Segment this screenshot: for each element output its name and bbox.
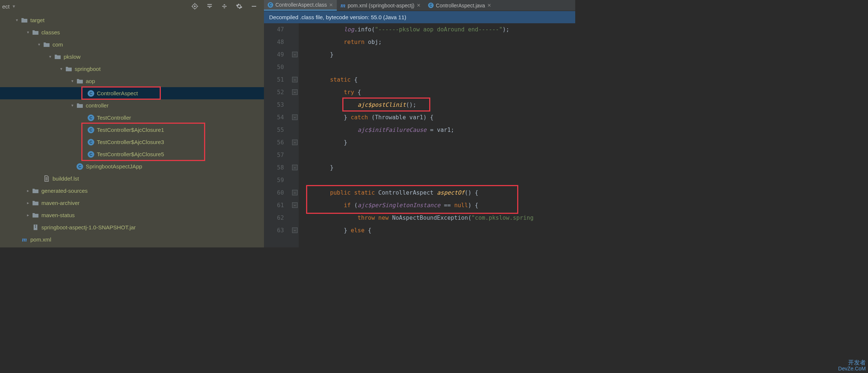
- code-line[interactable]: return obj;: [302, 36, 575, 48]
- class-icon: C: [87, 151, 95, 158]
- tab-label: ControllerAspect.java: [436, 3, 485, 8]
- tree-item-testcontroller-ajcclosure5[interactable]: CTestController$AjcClosure5: [0, 148, 264, 160]
- target-icon[interactable]: [191, 3, 198, 10]
- code-line[interactable]: }: [302, 136, 575, 149]
- tree-item-target[interactable]: ▾target: [0, 14, 264, 26]
- class-icon: C: [87, 90, 95, 97]
- editor-tab[interactable]: mpom.xml (springboot-aspectj)✕: [337, 0, 424, 11]
- code-line[interactable]: } catch (Throwable var1) {: [302, 111, 575, 124]
- tree-item-maven-status[interactable]: ▸maven-status: [0, 209, 264, 221]
- code-line[interactable]: throw new NoAspectBoundException("com.pk…: [302, 212, 575, 224]
- tree-arrow[interactable]: ▾: [36, 42, 42, 47]
- tree-item-maven-archiver[interactable]: ▸maven-archiver: [0, 197, 264, 209]
- code-content[interactable]: log.info("------pkslow aop doAround end-…: [299, 23, 575, 247]
- line-number: 59: [264, 174, 284, 186]
- code-line[interactable]: static {: [302, 73, 575, 86]
- maven-icon: m: [21, 236, 28, 243]
- tree-arrow[interactable]: ▾: [47, 54, 53, 59]
- class-icon: C: [87, 126, 95, 134]
- tree-item-controller[interactable]: ▾controller: [0, 99, 264, 112]
- svg-rect-19: [35, 227, 36, 228]
- editor-tab[interactable]: CControllerAspect.class✕: [264, 0, 337, 11]
- tree-item-springbootaspectjapp[interactable]: CSpringbootAspectJApp: [0, 160, 264, 172]
- tree-item-classes[interactable]: ▾classes: [0, 26, 264, 38]
- svg-rect-17: [35, 225, 36, 226]
- tree-item-aop[interactable]: ▾aop: [0, 75, 264, 87]
- code-line[interactable]: ajc$postClinit();: [302, 99, 575, 111]
- tree-arrow[interactable]: ▸: [25, 188, 31, 193]
- tree-arrow[interactable]: ▾: [58, 66, 64, 71]
- tree-item-testcontroller-ajcclosure3[interactable]: CTestController$AjcClosure3: [0, 136, 264, 148]
- expand-all-icon[interactable]: [206, 3, 213, 10]
- code-line[interactable]: }: [302, 161, 575, 174]
- tree-item-com[interactable]: ▾com: [0, 38, 264, 51]
- close-icon[interactable]: ✕: [329, 2, 333, 8]
- close-icon[interactable]: ✕: [417, 3, 421, 8]
- class-icon: C: [87, 114, 95, 122]
- code-area[interactable]: 4748495051525354555657585960616263 −−−−−…: [264, 23, 575, 247]
- fold-marker[interactable]: −: [292, 227, 298, 233]
- code-line[interactable]: [302, 174, 575, 186]
- tree-label: classes: [41, 29, 60, 35]
- tree-label: TestController$AjcClosure3: [97, 139, 164, 145]
- tree-item-testcontroller[interactable]: CTestController: [0, 112, 264, 124]
- line-number: 58: [264, 161, 284, 174]
- tree-item-springboot-aspectj-1-0-snapshot-jar[interactable]: springboot-aspectj-1.0-SNAPSHOT.jar: [0, 221, 264, 233]
- collapse-all-icon[interactable]: [221, 3, 228, 10]
- tree-item-controlleraspect[interactable]: CControllerAspect: [0, 87, 264, 99]
- fold-marker[interactable]: −: [292, 140, 298, 145]
- editor-tab[interactable]: CControllerAspect.java✕: [424, 0, 495, 11]
- fold-marker[interactable]: −: [292, 202, 298, 208]
- fold-column[interactable]: −−−−−−−−−: [291, 23, 299, 247]
- gear-icon[interactable]: [236, 3, 243, 10]
- fold-marker[interactable]: −: [292, 89, 298, 95]
- folder-icon: [32, 199, 39, 207]
- code-line[interactable]: [302, 61, 575, 73]
- folder-icon: [32, 212, 39, 219]
- fold-marker[interactable]: −: [292, 52, 298, 57]
- tree-item-builddef-lst[interactable]: builddef.lst: [0, 172, 264, 185]
- fold-marker[interactable]: −: [292, 190, 298, 195]
- code-line[interactable]: if (ajc$perSingletonInstance == null) {: [302, 199, 575, 212]
- decompiled-banner: Decompiled .class file, bytecode version…: [264, 11, 575, 23]
- fold-marker[interactable]: −: [292, 165, 298, 170]
- fold-marker[interactable]: −: [292, 77, 298, 82]
- code-line[interactable]: [302, 149, 575, 161]
- code-line[interactable]: }: [302, 48, 575, 61]
- tab-label: pom.xml (springboot-aspectj): [348, 3, 415, 8]
- tree-arrow[interactable]: ▸: [25, 201, 31, 205]
- editor-tabs: CControllerAspect.class✕mpom.xml (spring…: [264, 0, 575, 11]
- svg-rect-6: [207, 6, 212, 7]
- folder-icon: [32, 187, 39, 195]
- tree-item-springboot[interactable]: ▾springboot: [0, 63, 264, 75]
- tree-arrow[interactable]: ▾: [14, 18, 20, 23]
- tree-item-pom-xml[interactable]: mpom.xml: [0, 233, 264, 246]
- tree-arrow[interactable]: ▸: [25, 213, 31, 218]
- code-line[interactable]: ajc$initFailureCause = var1;: [302, 124, 575, 136]
- close-icon[interactable]: ✕: [487, 3, 491, 8]
- code-line[interactable]: public static ControllerAspect aspectOf(…: [302, 186, 575, 199]
- minimize-icon[interactable]: [251, 3, 257, 10]
- code-line[interactable]: } else {: [302, 224, 575, 237]
- tree-item-testcontroller-ajcclosure1[interactable]: CTestController$AjcClosure1: [0, 124, 264, 136]
- sidebar-title: ect ▼: [2, 3, 16, 10]
- code-line[interactable]: try {: [302, 86, 575, 99]
- tab-label: ControllerAspect.class: [275, 2, 327, 8]
- code-line[interactable]: log.info("------pkslow aop doAround end-…: [302, 23, 575, 36]
- tree-arrow[interactable]: ▾: [25, 30, 31, 35]
- fold-marker[interactable]: −: [292, 114, 298, 120]
- class-icon: C: [428, 3, 434, 8]
- line-number: 50: [264, 61, 284, 73]
- tree-arrow[interactable]: ▾: [69, 103, 75, 108]
- chevron-down-icon[interactable]: ▼: [12, 4, 16, 8]
- tree-label: springboot: [75, 66, 101, 72]
- tree-item-generated-sources[interactable]: ▸generated-sources: [0, 185, 264, 197]
- project-tree[interactable]: ▾target▾classes▾com▾pkslow▾springboot▾ao…: [0, 13, 264, 247]
- tree-arrow[interactable]: ▾: [69, 79, 75, 83]
- folder-icon: [76, 102, 84, 109]
- folder-icon: [76, 78, 84, 85]
- folder-icon: [43, 41, 50, 48]
- folder-icon: [21, 17, 28, 24]
- tree-label: TestController$AjcClosure5: [97, 151, 164, 157]
- tree-item-pkslow[interactable]: ▾pkslow: [0, 51, 264, 63]
